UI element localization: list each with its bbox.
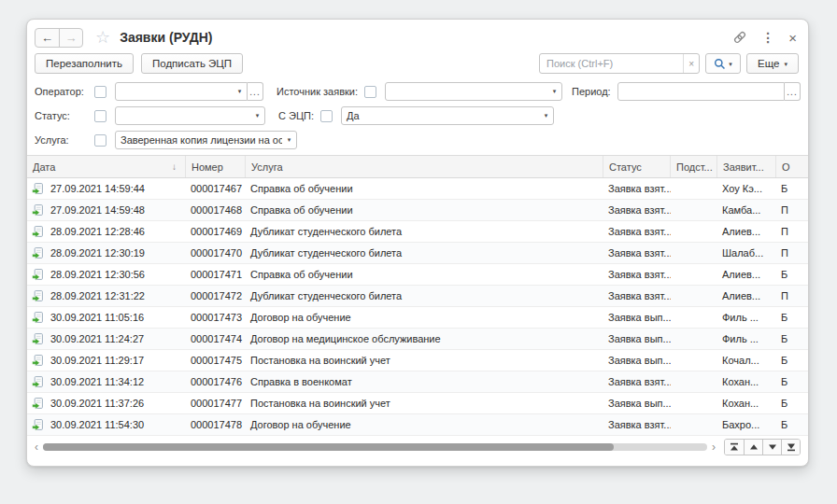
favorite-star-icon[interactable]: ☆ (95, 29, 110, 46)
column-header-date[interactable]: Дата ↓ (27, 156, 186, 177)
column-header-subdivision[interactable]: Подст... (671, 156, 717, 177)
next-row-button[interactable] (762, 440, 781, 455)
document-posted-icon (32, 355, 44, 367)
chevron-down-icon[interactable]: ▾ (547, 88, 561, 95)
document-posted-icon (32, 398, 44, 410)
ecp-combo[interactable]: Да ▾ (341, 106, 554, 125)
cell-service: Постановка на воинский учет (246, 398, 603, 409)
cell-org: Б (776, 376, 808, 387)
more-button[interactable]: Еще ▾ (746, 53, 799, 74)
sign-ecp-button[interactable]: Подписать ЭЦП (141, 53, 243, 74)
search-clear-icon[interactable]: × (683, 54, 699, 73)
table-row[interactable]: 30.09.2021 11:24:27 000017474 Договор на… (27, 329, 808, 350)
chevron-down-icon[interactable]: ▾ (539, 112, 553, 119)
back-button[interactable]: ← (35, 29, 59, 47)
cell-date: 28.09.2021 12:31:22 (27, 290, 186, 302)
column-header-service[interactable]: Услуга (246, 156, 603, 177)
table-row[interactable]: 30.09.2021 11:54:30 000017478 Договор на… (27, 414, 808, 436)
previous-row-button[interactable] (744, 440, 762, 455)
table-row[interactable]: 28.09.2021 12:30:56 000017471 Справка об… (27, 264, 808, 286)
table-row[interactable]: 30.09.2021 11:37:26 000017477 Постановка… (27, 393, 808, 414)
cell-applicant: Кочал... (717, 355, 776, 366)
column-header-applicant[interactable]: Заявит... (717, 156, 776, 177)
go-first-icon (730, 442, 739, 452)
chevron-down-icon[interactable]: ▾ (282, 136, 296, 144)
cell-org: Б (776, 419, 808, 430)
table-row[interactable]: 28.09.2021 12:30:19 000017470 Дубликат с… (27, 243, 808, 264)
table-row[interactable]: 30.09.2021 11:34:12 000017476 Справка в … (27, 371, 808, 393)
operator-ellipsis-button[interactable]: ... (248, 82, 263, 101)
scroll-right-icon[interactable]: › (712, 441, 716, 453)
column-header-status[interactable]: Статус (603, 156, 671, 177)
service-combo[interactable]: Заверенная копия лицензии на осуще ▾ (115, 131, 297, 149)
chevron-down-icon: ▾ (729, 61, 732, 67)
table-row[interactable]: 30.09.2021 11:05:16 000017473 Договор на… (27, 307, 808, 329)
horizontal-scrollbar-thumb[interactable] (43, 443, 614, 451)
window-menu-icon[interactable]: ⋮ (761, 31, 774, 44)
cell-applicant: Кохан... (717, 376, 776, 387)
operator-checkbox[interactable] (94, 86, 106, 98)
document-posted-icon (32, 290, 44, 302)
cell-service: Справка об обучении (246, 269, 603, 280)
go-first-row-button[interactable] (725, 440, 744, 455)
window-controls: ⋮ × (732, 30, 797, 45)
column-header-date-label: Дата (33, 161, 55, 173)
document-posted-icon (32, 204, 44, 217)
cell-date-text: 28.09.2021 12:30:19 (50, 247, 145, 259)
table-row[interactable]: 30.09.2021 11:29:17 000017475 Постановка… (27, 350, 808, 371)
table-row[interactable]: 28.09.2021 12:31:22 000017472 Дубликат с… (27, 286, 808, 307)
refill-button[interactable]: Перезаполнить (35, 53, 134, 74)
status-checkbox[interactable] (94, 110, 106, 122)
cell-number: 000017469 (186, 226, 246, 237)
column-header-number[interactable]: Номер (186, 156, 246, 177)
cell-date-text: 30.09.2021 11:24:27 (50, 333, 144, 344)
chevron-down-icon[interactable]: ▾ (233, 88, 247, 95)
cell-service: Справка об обучении (246, 204, 603, 216)
cell-date-text: 30.09.2021 11:54:30 (50, 419, 144, 430)
forward-button[interactable]: → (59, 29, 82, 47)
scroll-left-icon[interactable]: ‹ (35, 441, 38, 453)
table-row[interactable]: 27.09.2021 14:59:48 000017468 Справка об… (27, 200, 808, 221)
close-icon[interactable]: × (788, 31, 797, 45)
table-row[interactable]: 28.09.2021 12:28:46 000017469 Дубликат с… (27, 221, 808, 243)
source-combo[interactable]: ▾ (385, 82, 562, 101)
get-link-icon[interactable] (732, 30, 747, 45)
cell-date: 30.09.2021 11:05:16 (27, 312, 186, 324)
cell-date-text: 30.09.2021 11:29:17 (50, 355, 144, 366)
horizontal-scrollbar[interactable] (43, 443, 707, 451)
cell-service: Справка об обучении (246, 183, 603, 194)
service-checkbox[interactable] (94, 134, 106, 147)
column-header-org[interactable]: О (776, 156, 808, 177)
ecp-label: С ЭЦП: (278, 110, 314, 121)
period-ellipsis-button[interactable]: ... (785, 82, 801, 101)
cell-number: 000017475 (186, 355, 246, 366)
table-row[interactable]: 27.09.2021 14:59:44 000017467 Справка об… (27, 178, 808, 200)
back-arrow-icon: ← (41, 31, 53, 45)
search-button[interactable]: ▾ (705, 53, 741, 74)
cell-org: Б (776, 183, 808, 194)
cell-service: Справка в военкомат (246, 376, 603, 387)
chevron-down-icon[interactable]: ▾ (250, 112, 264, 119)
cell-date-text: 30.09.2021 11:05:16 (50, 312, 144, 323)
document-posted-icon (32, 183, 44, 195)
cell-applicant: Шалаб... (717, 247, 776, 259)
cell-status: Заявка взят... (603, 419, 671, 430)
source-checkbox[interactable] (364, 86, 376, 98)
document-posted-icon (32, 247, 44, 259)
search-input[interactable] (540, 58, 683, 69)
cell-service: Договор на медицинское обслуживание (246, 333, 603, 344)
operator-combo[interactable]: ▾ (115, 82, 248, 101)
forward-arrow-icon: → (65, 31, 78, 45)
operator-label: Оператор: (35, 86, 88, 97)
cell-service: Дубликат студенческого билета (246, 247, 603, 259)
cell-service: Постановка на воинский учет (246, 355, 603, 366)
cell-status: Заявка взят... (603, 247, 671, 259)
status-combo[interactable]: ▾ (115, 106, 265, 125)
ecp-checkbox[interactable] (320, 110, 333, 122)
period-input[interactable] (617, 82, 785, 101)
row-navigation-group (724, 439, 801, 455)
cell-org: П (776, 290, 808, 301)
cell-service: Договор на обучение (246, 312, 603, 323)
cell-org: Б (776, 398, 808, 409)
go-last-row-button[interactable] (781, 440, 800, 455)
